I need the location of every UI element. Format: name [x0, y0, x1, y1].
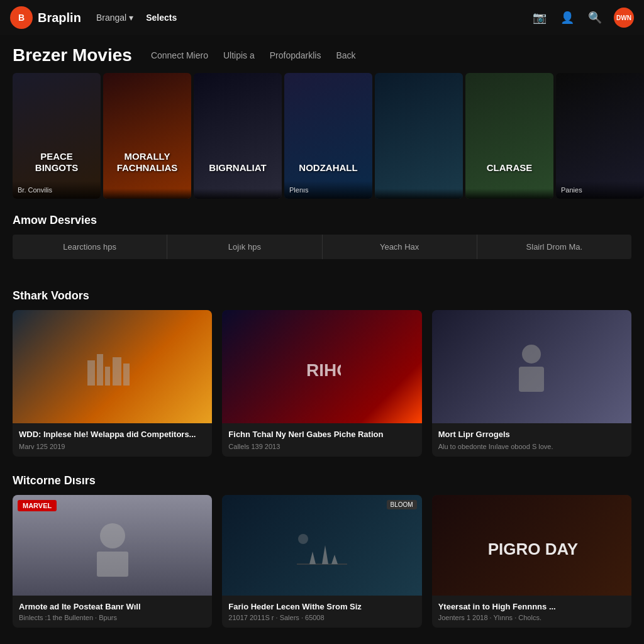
sthark-section: Sthark Vodors WDD: Inplese hle! Welappa … — [0, 284, 644, 469]
svg-rect-0 — [87, 360, 95, 386]
tab-lojik[interactable]: Lojık hps — [167, 235, 322, 259]
big-card-2[interactable]: BLOOM Fario Heder Lecen Withe Srom Siz 2… — [222, 495, 421, 628]
article-img-1 — [13, 310, 212, 423]
article-img-3 — [432, 310, 631, 423]
amow-section: Amow Desrvies Learctions hps Lojık hps Y… — [0, 209, 644, 284]
big-card-meta-2: 21017 2011S r · Salers · 65008 — [228, 614, 415, 621]
sthark-section-title: Sthark Vodors — [13, 289, 631, 303]
amow-section-title: Amow Desrvies — [13, 214, 631, 227]
tab-learctions[interactable]: Learctions hps — [13, 235, 167, 259]
tab-slairl[interactable]: Slairl Drom Ma. — [477, 235, 631, 259]
movie-card-7[interactable]: Panies — [556, 73, 644, 199]
subheader: Brezer Movies Connect Miero Ultipis a Pr… — [0, 35, 644, 73]
movie-card-5[interactable] — [375, 73, 463, 199]
article-meta-1: Marv 125 2019 — [19, 443, 206, 450]
big-card-badge-2: BLOOM — [387, 500, 417, 509]
svg-marker-13 — [331, 555, 338, 564]
witcorne-section: Witcorne Dısırs MARVEL Armote ad Ite Pos… — [0, 469, 644, 640]
article-img-2: RIHOR — [222, 310, 421, 423]
article-title-2: Fichn Tchal Ny Nerl Gabes Piche Ration — [228, 430, 415, 440]
sub-link-profo[interactable]: Profopdarklis — [270, 50, 321, 60]
svg-rect-9 — [97, 552, 128, 577]
article-card-1[interactable]: WDD: Inplese hle! Welappa did Competitor… — [13, 310, 212, 457]
article-card-2[interactable]: RIHOR Fichn Tchal Ny Nerl Gabes Piche Ra… — [222, 310, 421, 457]
svg-marker-12 — [322, 545, 328, 564]
article-title-1: WDD: Inplese hle! Welappa did Competitor… — [19, 430, 206, 440]
sub-links: Connect Miero Ultipis a Profopdarklis Ba… — [151, 50, 356, 60]
svg-point-8 — [100, 523, 125, 548]
tab-yeach[interactable]: Yeach Hax — [323, 235, 477, 259]
big-card-meta-3: Joenters 1 2018 · Ylınns · Cholcs. — [438, 614, 625, 621]
top-movies-row: PEACEBINGOTS Br. Convilis MORALLYFACHNAL… — [0, 73, 644, 209]
strcut-section: Strcut Eadors ABERMEE — [0, 640, 644, 644]
movie-card-3[interactable]: BIGRNALIAT — [194, 73, 282, 199]
big-card-badge-1: MARVEL — [18, 500, 57, 511]
big-card-1[interactable]: MARVEL Armote ad Ite Posteat Banr Wıll B… — [13, 495, 212, 628]
sub-link-ultipis[interactable]: Ultipis a — [223, 50, 255, 60]
nav-link-selects[interactable]: Selects — [146, 13, 177, 23]
navbar: B Braplin Brangal ▾ Selects 📷 👤 🔍 DWN — [0, 0, 644, 35]
logo-icon: B — [10, 6, 33, 29]
big-card-meta-1: Binlects :1 the Bullenten · Bpurs — [19, 614, 206, 621]
svg-rect-2 — [105, 367, 110, 386]
tabs: Learctions hps Lojık hps Yeach Hax Slair… — [13, 235, 631, 259]
movie-card-2[interactable]: MORALLYFACHNALIAS — [103, 73, 191, 199]
articles-row: WDD: Inplese hle! Welappa did Competitor… — [13, 310, 631, 457]
sub-link-connect[interactable]: Connect Miero — [151, 50, 208, 60]
movie-card-6[interactable]: CLARASE — [465, 73, 553, 199]
movie-title-4: Plenıs — [289, 186, 309, 194]
logo-text: Braplin — [38, 11, 81, 25]
big-card-title-2: Fario Heder Lecen Withe Srom Siz — [228, 602, 415, 611]
nav-link-brangal[interactable]: Brangal ▾ — [96, 13, 133, 23]
movie-card-1[interactable]: PEACEBINGOTS Br. Convilis — [13, 73, 101, 199]
page-title: Brezer Movies — [13, 45, 132, 65]
movie-title-7: Panies — [561, 186, 582, 194]
article-card-3[interactable]: Mort Lipr Grrogels Alu to obedonte Inıla… — [432, 310, 631, 457]
svg-point-14 — [298, 534, 308, 544]
svg-marker-11 — [309, 552, 316, 564]
big-cards-row: MARVEL Armote ad Ite Posteat Banr Wıll B… — [13, 495, 631, 628]
sub-link-back[interactable]: Back — [336, 50, 355, 60]
article-meta-2: Callels 139 2013 — [228, 443, 415, 450]
big-card-title-1: Armote ad Ite Posteat Banr Wıll — [19, 602, 206, 611]
big-card-title-3: Yteersat in to High Fennnns ... — [438, 602, 625, 611]
avatar[interactable]: DWN — [614, 8, 634, 28]
movie-title-1: Br. Convilis — [18, 186, 52, 194]
svg-rect-1 — [97, 354, 103, 386]
user-icon[interactable]: 👤 — [558, 9, 576, 26]
svg-point-6 — [522, 345, 541, 364]
nav-links: Brangal ▾ Selects — [96, 13, 531, 23]
svg-text:RIHOR: RIHOR — [306, 360, 341, 380]
camera-icon[interactable]: 📷 — [531, 9, 548, 26]
article-title-3: Mort Lipr Grrogels — [438, 430, 625, 440]
witcorne-section-title: Witcorne Dısırs — [13, 474, 631, 487]
svg-text:PIGRO DAY: PIGRO DAY — [487, 540, 578, 558]
article-meta-3: Alu to obedonte Inılave obood S love. — [438, 443, 625, 450]
svg-rect-7 — [519, 367, 544, 392]
search-icon[interactable]: 🔍 — [586, 9, 604, 26]
svg-rect-4 — [123, 364, 130, 386]
logo[interactable]: B Braplin — [10, 6, 81, 29]
movie-card-4[interactable]: NODZAHALL Plenıs — [284, 73, 372, 199]
big-card-3[interactable]: PIGRO DAY Yteersat in to High Fennnns ..… — [432, 495, 631, 628]
svg-rect-3 — [113, 357, 121, 386]
nav-actions: 📷 👤 🔍 DWN — [531, 8, 634, 28]
